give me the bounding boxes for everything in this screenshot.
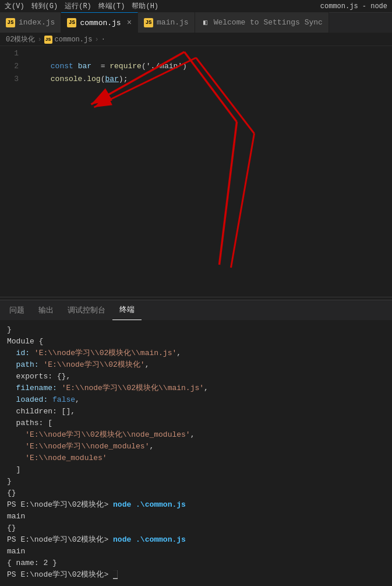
menu-help[interactable]: 帮助(H)	[132, 1, 158, 11]
term-line: loaded: false,	[7, 394, 385, 406]
breadcrumb-folder: 02模块化	[6, 34, 35, 44]
tab-settings[interactable]: ◧ Welcome to Settings Sync	[195, 12, 329, 33]
line-numbers: 1 2 3	[0, 46, 23, 297]
title-bar: 文(V) 转到(G) 运行(R) 终端(T) 帮助(H) common.js -…	[0, 0, 392, 13]
breadcrumb-sep1: ›	[37, 36, 41, 44]
panel-tab-output[interactable]: 输出	[31, 300, 61, 320]
term-line: main	[7, 511, 385, 522]
svg-line-3	[231, 134, 255, 268]
menu-bar[interactable]: 文(V) 转到(G) 运行(R) 终端(T) 帮助(H)	[5, 1, 158, 11]
tab-main-label: main.js	[157, 18, 189, 27]
term-line: {}	[7, 522, 385, 534]
code-line-1: const bar = require('./main')	[23, 47, 392, 60]
tab-main[interactable]: JS main.js	[138, 12, 195, 33]
term-line: path: 'E:\\node学习\\02模块化',	[7, 359, 385, 371]
js-icon: JS	[144, 18, 153, 27]
terminal-area[interactable]: } Module { id: 'E:\\node学习\\02模块化\\main.…	[0, 321, 392, 586]
menu-run[interactable]: 运行(R)	[65, 1, 91, 11]
panel-tab-problems[interactable]: 问题	[2, 300, 31, 320]
breadcrumb-symbol: ·	[101, 36, 105, 44]
term-line: }	[7, 324, 385, 336]
svg-line-6	[220, 122, 237, 265]
term-line: PS E:\node学习\02模块化> node .\common.js	[7, 534, 385, 546]
tab-index[interactable]: JS index.js	[0, 12, 61, 33]
settings-sync-icon: ◧	[201, 18, 210, 27]
menu-view[interactable]: 文(V)	[5, 1, 24, 11]
term-line: id: 'E:\\node学习\\02模块化\\main.js',	[7, 348, 385, 359]
js-icon: JS	[6, 18, 15, 27]
tab-common[interactable]: JS common.js ×	[61, 12, 138, 33]
tab-bar: JS index.js JS common.js × JS main.js ◧ …	[0, 13, 392, 33]
tab-common-label: common.js	[80, 19, 121, 27]
breadcrumb-file: common.js	[55, 36, 93, 44]
term-line: { name: 2 }	[7, 557, 385, 569]
term-line: }	[7, 476, 385, 487]
menu-terminal[interactable]: 终端(T)	[98, 1, 125, 11]
term-prompt-cursor: PS E:\node学习\02模块化> █	[7, 569, 385, 581]
tab-index-label: index.js	[19, 18, 55, 27]
term-line: 'E:\\node学习\\node_modules',	[7, 441, 385, 452]
term-line: 'E:\\node学习\\02模块化\\node_modules',	[7, 429, 385, 441]
term-line: 'E:\\node_modules'	[7, 452, 385, 464]
term-line: exports: {},	[7, 371, 385, 383]
term-line: {}	[7, 487, 385, 499]
panel-tab-terminal[interactable]: 终端	[112, 300, 142, 320]
panel-container: 问题 输出 调试控制台 终端 } Module { id: 'E:\\node学…	[0, 297, 392, 586]
term-line: main	[7, 546, 385, 557]
breadcrumb-sep2: ›	[94, 36, 98, 44]
term-line: ]	[7, 464, 385, 476]
editor-area[interactable]: 1 2 3 const bar = require('./main') cons…	[0, 46, 392, 297]
panel-tab-bar: 问题 输出 调试控制台 终端	[0, 300, 392, 321]
breadcrumb-js-icon: JS	[44, 36, 52, 44]
term-line: Module {	[7, 336, 385, 348]
term-line: paths: [	[7, 417, 385, 429]
window-title: common.js - node	[320, 2, 387, 10]
term-line: PS E:\node学习\02模块化> node .\common.js	[7, 499, 385, 511]
breadcrumb: 02模块化 › JS common.js › ·	[0, 33, 392, 46]
tab-close-button[interactable]: ×	[127, 19, 132, 27]
term-line: filename: 'E:\\node学习\\02模块化\\main.js',	[7, 383, 385, 394]
tab-settings-label: Welcome to Settings Sync	[214, 18, 323, 27]
code-content[interactable]: const bar = require('./main') console.lo…	[23, 46, 392, 297]
menu-goto[interactable]: 转到(G)	[31, 1, 58, 11]
term-line: children: [],	[7, 406, 385, 417]
js-icon: JS	[67, 18, 76, 27]
panel-tab-debug[interactable]: 调试控制台	[61, 300, 112, 320]
